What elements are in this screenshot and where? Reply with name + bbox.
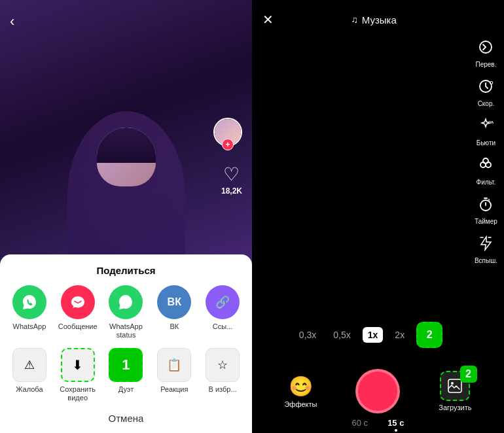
share-actions-row: ⚠ Жалоба ⬇ Сохранить видео 1 Дуэт 📋 Реак… [0, 348, 252, 402]
speed-2x[interactable]: 2x [389, 327, 410, 343]
music-label: ♫ Музыка [351, 14, 397, 26]
duet-icon: 1 [109, 348, 143, 382]
save-video-icon: ⬇ [61, 348, 95, 382]
speed-controls: 0,3x 0,5x 1x 2x 2 [252, 322, 504, 348]
effects-button[interactable]: 😊 Эффекты [284, 375, 317, 408]
flip-icon [478, 39, 494, 59]
speed-label: Скор. [478, 100, 495, 107]
tool-flip[interactable]: Перев. [475, 39, 496, 68]
link-label: Ссы... [213, 322, 233, 331]
share-item-whatsapp[interactable]: WhatsApp [7, 285, 52, 331]
beauty-label: Бьюти [477, 139, 495, 147]
filter-icon [478, 157, 494, 177]
share-item-whatsapp-status[interactable]: WhatsApp status [103, 285, 149, 339]
share-item-link[interactable]: 🔗 Ссы... [200, 285, 245, 331]
favorite-icon: ☆ [206, 348, 240, 382]
favorite-label: В избр... [209, 385, 237, 394]
svg-point-10 [451, 382, 454, 385]
speed-1x[interactable]: 1x [363, 327, 384, 343]
complaint-icon: ⚠ [12, 348, 46, 382]
action-item-duet[interactable]: 1 Дуэт [103, 348, 149, 394]
share-icons-row: WhatsApp Сообщение Wh [0, 285, 252, 339]
share-item-vk[interactable]: ВК ВК [151, 285, 197, 331]
upload-label: Загрузить [439, 404, 471, 411]
filter-label: Фильт. [477, 179, 496, 186]
svg-point-6 [483, 158, 488, 164]
flash-label: Вспыш. [475, 257, 497, 264]
right-tools: Перев. ON Скор. ON Бьюти [475, 39, 497, 264]
action-item-reaction[interactable]: 📋 Реакция [151, 348, 197, 394]
action-item-favorite[interactable]: ☆ В избр... [200, 348, 245, 394]
svg-text:ON: ON [488, 120, 494, 124]
whatsapp-label: WhatsApp [13, 322, 46, 331]
share-sheet: Поделиться WhatsApp [0, 254, 252, 433]
speed-0.3x[interactable]: 0,3x [294, 327, 321, 343]
timer-dot [395, 429, 397, 432]
save-video-label: Сохранить видео [55, 385, 101, 402]
effects-icon: 😊 [289, 375, 313, 398]
heart-count: 18,2K [221, 186, 242, 196]
timer-60s[interactable]: 60 с [352, 418, 369, 428]
speed-icon: ON [478, 78, 494, 98]
share-item-message[interactable]: Сообщение [55, 285, 101, 331]
heart-icon[interactable]: ♡ [221, 164, 242, 185]
timer-label: Таймер [475, 218, 497, 225]
whatsapp-icon [12, 285, 46, 319]
tool-timer[interactable]: 3 Таймер [475, 196, 497, 225]
cancel-button[interactable]: Отмена [0, 409, 252, 428]
flash-icon [478, 235, 494, 255]
duet-label: Дуэт [118, 385, 134, 394]
speed-badge-2[interactable]: 2 [416, 322, 442, 348]
svg-text:ON: ON [490, 80, 494, 85]
link-icon: 🔗 [206, 285, 240, 319]
record-button[interactable] [355, 369, 400, 413]
tool-speed[interactable]: ON Скор. [478, 78, 495, 107]
share-title: Поделиться [0, 265, 252, 276]
flip-label: Перев. [475, 61, 496, 68]
right-header: ✕ ♫ Музыка [252, 0, 504, 34]
action-item-complaint[interactable]: ⚠ Жалоба [7, 348, 52, 394]
music-text: Музыка [362, 14, 397, 26]
message-label: Сообщение [58, 322, 98, 331]
complaint-label: Жалоба [16, 385, 43, 394]
speed-0.5x[interactable]: 0,5x [328, 327, 355, 343]
bottom-controls: 😊 Эффекты 2 Загрузить [252, 369, 504, 413]
upload-button[interactable]: 2 Загрузить [439, 371, 471, 411]
right-panel: ✕ ♫ Музыка Перев. ON [252, 0, 504, 433]
timer-row: 60 с 15 с [252, 418, 504, 428]
reaction-icon: 📋 [157, 348, 191, 382]
avatar-container: + [213, 118, 242, 147]
timer-15s[interactable]: 15 с [387, 418, 404, 428]
back-button[interactable]: ‹ [10, 13, 14, 30]
message-icon [61, 285, 95, 319]
effects-label: Эффекты [284, 400, 317, 408]
tool-beauty[interactable]: ON Бьюти [477, 118, 495, 147]
whatsapp-status-label: WhatsApp status [103, 322, 149, 339]
tool-filter[interactable]: Фильт. [477, 157, 496, 186]
vk-icon: ВК [157, 285, 191, 319]
close-button[interactable]: ✕ [262, 12, 274, 27]
reaction-label: Реакция [160, 385, 188, 394]
beauty-icon: ON [478, 118, 494, 137]
person-head [97, 128, 156, 186]
tool-flash[interactable]: Вспыш. [475, 235, 497, 264]
left-panel: ‹ + ♡ 18,2K Поделиться WhatsApp [0, 0, 252, 433]
action-item-save-video[interactable]: ⬇ Сохранить видео [55, 348, 101, 402]
heart-area: ♡ 18,2K [221, 164, 242, 196]
whatsapp-status-icon [109, 285, 143, 319]
vk-label: ВК [170, 322, 179, 331]
upload-badge: 2 [460, 366, 477, 383]
timer-icon: 3 [478, 196, 494, 216]
music-note-icon: ♫ [351, 14, 358, 25]
follow-button[interactable]: + [222, 139, 234, 150]
